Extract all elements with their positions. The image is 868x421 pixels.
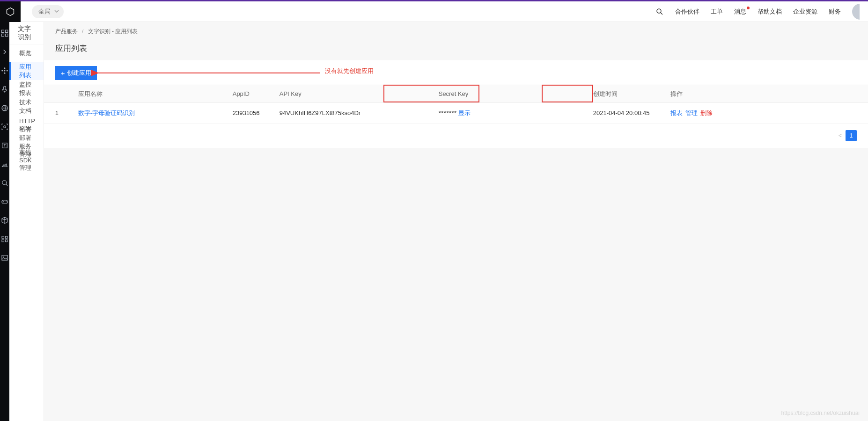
- toolbar: + 创建应用 没有就先创建应用: [44, 60, 868, 85]
- svg-rect-5: [6, 34, 8, 36]
- pager: < 1: [44, 123, 868, 148]
- op-report[interactable]: 报表: [670, 109, 683, 116]
- create-app-label: 创建应用: [67, 69, 91, 77]
- table-row: 1数字-字母验证码识别2393105694VUKhIH6Z97LXt875kso…: [44, 103, 868, 123]
- show-secret-link[interactable]: 显示: [458, 109, 471, 116]
- app-table: 应用名称 AppID API Key Secret Key 创建时间 操作 1数…: [44, 85, 868, 123]
- breadcrumb-sep: /: [82, 28, 83, 35]
- header-right: 合作伙伴 工单 消息 帮助文档 企业资源 财务: [655, 4, 868, 20]
- cell-name: 数字-字母验证码识别: [74, 103, 229, 123]
- subnav-item-0[interactable]: 概览: [9, 44, 44, 62]
- pager-page-1[interactable]: 1: [846, 130, 857, 141]
- svg-rect-20: [6, 236, 8, 239]
- cell-created: 2021-04-04 20:00:45: [589, 103, 667, 123]
- icon-rail: [0, 22, 9, 421]
- rail-expand-icon[interactable]: [0, 47, 9, 57]
- breadcrumb: 产品服务 / 文字识别 - 应用列表: [44, 22, 868, 39]
- svg-rect-11: [4, 86, 6, 90]
- cell-ops: 报表管理删除: [667, 103, 868, 123]
- rail-text-icon[interactable]: [0, 141, 9, 150]
- svg-point-13: [4, 126, 6, 128]
- col-appid: AppID: [229, 85, 276, 103]
- rail-mic-icon[interactable]: [0, 85, 9, 94]
- cell-apikey: 94VUKhIH6Z97LXt875kso4Dr: [276, 103, 435, 123]
- svg-rect-19: [2, 236, 4, 239]
- rail-picture-icon[interactable]: [0, 253, 9, 262]
- col-idx: [44, 85, 74, 103]
- svg-point-6: [4, 70, 6, 72]
- subnav-item-1[interactable]: 应用列表: [9, 62, 44, 80]
- crumb-products[interactable]: 产品服务: [55, 28, 78, 35]
- content-card: + 创建应用 没有就先创建应用 应用名称: [44, 60, 868, 148]
- rail-image-icon[interactable]: [0, 160, 9, 169]
- svg-line-16: [6, 184, 7, 186]
- rail-apps-icon[interactable]: [0, 234, 9, 244]
- col-secret: Secret Key: [435, 85, 589, 103]
- header-link-messages[interactable]: 消息: [734, 7, 746, 16]
- col-created: 创建时间: [589, 85, 667, 103]
- rail-search2-icon[interactable]: [0, 178, 9, 188]
- svg-rect-21: [2, 240, 4, 242]
- svg-point-8: [7, 70, 8, 72]
- search-icon[interactable]: [655, 7, 664, 16]
- op-manage[interactable]: 管理: [685, 109, 698, 116]
- logo[interactable]: [0, 1, 21, 22]
- rail-connect-icon[interactable]: [0, 66, 9, 75]
- svg-point-10: [4, 73, 6, 74]
- svg-line-1: [661, 13, 662, 15]
- header-link-partners[interactable]: 合作伙伴: [675, 7, 699, 16]
- rail-dashboard-icon[interactable]: [0, 29, 9, 38]
- scope-selector[interactable]: 全局: [32, 5, 64, 18]
- scope-label: 全局: [38, 7, 51, 16]
- pager-prev[interactable]: <: [839, 132, 842, 139]
- svg-rect-3: [6, 30, 8, 32]
- subnav-title: 文字识别: [9, 22, 44, 44]
- svg-point-9: [4, 67, 6, 69]
- col-ops: 操作: [667, 85, 868, 103]
- svg-rect-17: [2, 200, 7, 203]
- header-link-tickets[interactable]: 工单: [711, 7, 723, 16]
- subnav-item-6[interactable]: 离线SDK管理: [9, 151, 44, 169]
- svg-rect-2: [1, 30, 4, 32]
- header-link-resources[interactable]: 企业资源: [793, 7, 817, 16]
- rail-cube-icon[interactable]: [0, 216, 9, 225]
- header-bar: 全局 合作伙伴 工单 消息 帮助文档 企业资源 财务: [0, 1, 868, 22]
- app-name-link[interactable]: 数字-字母验证码识别: [78, 109, 135, 116]
- page-title: 应用列表: [44, 39, 868, 60]
- svg-point-18: [6, 201, 7, 202]
- main-content: 产品服务 / 文字识别 - 应用列表 应用列表 + 创建应用 没有就先创建应用: [44, 22, 868, 421]
- header-link-finance[interactable]: 财务: [829, 7, 841, 16]
- header-link-help[interactable]: 帮助文档: [758, 7, 782, 16]
- avatar-clip: [852, 4, 860, 20]
- create-app-button[interactable]: + 创建应用: [55, 66, 97, 80]
- cell-idx: 1: [44, 103, 74, 123]
- sub-navigation: 文字识别 概览应用列表监控报表技术文档HTTP SDK私有部署服务管理离线SDK…: [9, 22, 44, 421]
- op-delete[interactable]: 删除: [700, 109, 713, 116]
- chevron-down-icon: [54, 8, 59, 15]
- col-apikey: API Key: [276, 85, 435, 103]
- secret-masked: *******: [439, 109, 457, 116]
- cell-appid: 23931056: [229, 103, 276, 123]
- rail-face-icon[interactable]: [0, 122, 9, 131]
- svg-rect-22: [6, 240, 8, 242]
- col-name: 应用名称: [74, 85, 229, 103]
- svg-rect-23: [2, 255, 7, 261]
- table-header-row: 应用名称 AppID API Key Secret Key 创建时间 操作: [44, 85, 868, 103]
- plus-icon: +: [61, 70, 65, 77]
- avatar[interactable]: [852, 4, 860, 20]
- crumb-current: 文字识别 - 应用列表: [88, 28, 138, 35]
- annotation-note: 没有就先创建应用: [325, 67, 374, 75]
- svg-rect-4: [1, 34, 4, 36]
- logo-icon: [6, 7, 15, 16]
- rail-game-icon[interactable]: [0, 197, 9, 206]
- subnav-item-2[interactable]: 监控报表: [9, 80, 44, 98]
- watermark: https://blog.csdn.net/okzuishuai: [781, 410, 860, 416]
- svg-point-0: [657, 9, 661, 13]
- cell-secret: ******* 显示: [435, 103, 589, 123]
- svg-point-7: [1, 70, 3, 72]
- subnav-item-3[interactable]: 技术文档: [9, 98, 44, 116]
- rail-globe-icon[interactable]: [0, 103, 9, 113]
- svg-point-15: [2, 181, 7, 185]
